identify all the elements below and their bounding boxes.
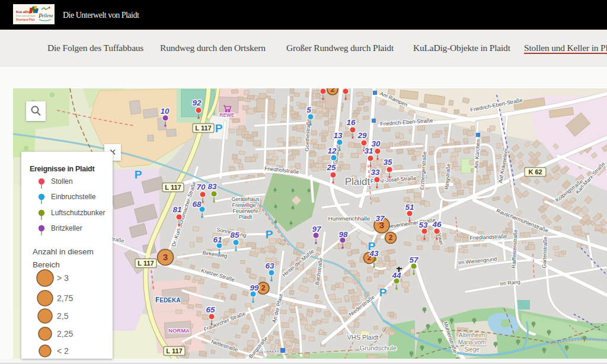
svg-text:P: P: [266, 228, 273, 241]
svg-text:10: 10: [160, 107, 170, 116]
svg-text:Rheinland-Pfalz: Rheinland-Pfalz: [16, 18, 36, 21]
svg-text:P: P: [135, 168, 142, 181]
svg-text:REWE: REWE: [219, 112, 235, 118]
svg-text:Kultur.Landschaft.Digital: Kultur.Landschaft.Digital: [16, 15, 36, 17]
svg-text:16: 16: [346, 118, 356, 127]
svg-text:P: P: [379, 286, 387, 299]
svg-text:63: 63: [265, 261, 274, 270]
svg-text:NORMA: NORMA: [168, 327, 190, 334]
svg-text:Gerätehaus: Gerätehaus: [231, 196, 260, 202]
svg-text:51: 51: [405, 203, 414, 212]
svg-text:K 62: K 62: [528, 168, 542, 175]
svg-text:44: 44: [391, 271, 401, 280]
svg-text:Feuerwehr: Feuerwehr: [232, 208, 258, 214]
svg-text:L 117: L 117: [195, 124, 211, 132]
svg-text:92: 92: [192, 98, 202, 107]
svg-text:99: 99: [250, 283, 259, 292]
svg-text:L 117: L 117: [165, 184, 181, 191]
svg-text:Maria vom: Maria vom: [458, 339, 486, 346]
svg-text:P: P: [215, 122, 223, 135]
svg-text:31: 31: [364, 146, 373, 155]
svg-text:2: 2: [261, 284, 266, 292]
svg-text:2: 2: [389, 234, 393, 242]
svg-text:98: 98: [338, 230, 348, 239]
svg-text:57: 57: [409, 256, 419, 264]
svg-text:KuLaDig: KuLaDig: [16, 10, 31, 14]
svg-text:L 117: L 117: [166, 347, 182, 355]
svg-text:Gartenstraße: Gartenstraße: [541, 237, 548, 268]
svg-text:65: 65: [206, 305, 215, 314]
svg-text:Freiwillige /: Freiwillige /: [232, 202, 259, 208]
svg-text:ellenz: ellenz: [42, 13, 54, 18]
svg-text:Hummerichhalle: Hummerichhalle: [328, 215, 370, 222]
svg-text:70: 70: [196, 183, 206, 191]
svg-text:29: 29: [357, 131, 367, 140]
svg-text:FEDEKA: FEDEKA: [155, 296, 180, 304]
svg-text:46: 46: [432, 220, 442, 229]
svg-text:35: 35: [383, 158, 392, 167]
svg-text:83: 83: [207, 182, 217, 191]
svg-text:Plaidt: Plaidt: [345, 176, 370, 187]
svg-text:97: 97: [312, 225, 322, 234]
svg-text:5: 5: [306, 106, 311, 114]
svg-text:43: 43: [369, 249, 379, 258]
svg-text:37: 37: [375, 214, 385, 223]
svg-text:85: 85: [230, 231, 239, 240]
svg-text:3: 3: [163, 252, 168, 262]
svg-text:Grundschule: Grundschule: [360, 344, 397, 352]
svg-text:25: 25: [326, 163, 336, 172]
svg-text:12: 12: [327, 146, 337, 155]
svg-text:Plaidt: Plaidt: [239, 214, 253, 220]
svg-text:Siege: Siege: [464, 346, 480, 353]
svg-text:53: 53: [418, 221, 428, 229]
svg-text:68: 68: [192, 200, 202, 209]
svg-text:VHS Plaidt: VHS Plaidt: [347, 334, 378, 341]
svg-text:L 117: L 117: [138, 260, 154, 267]
svg-text:13: 13: [333, 131, 343, 140]
svg-text:2: 2: [331, 88, 335, 94]
svg-text:33: 33: [370, 168, 380, 177]
svg-text:Altenheim: Altenheim: [459, 332, 485, 339]
svg-text:81: 81: [172, 205, 181, 214]
svg-text:61: 61: [213, 235, 222, 244]
